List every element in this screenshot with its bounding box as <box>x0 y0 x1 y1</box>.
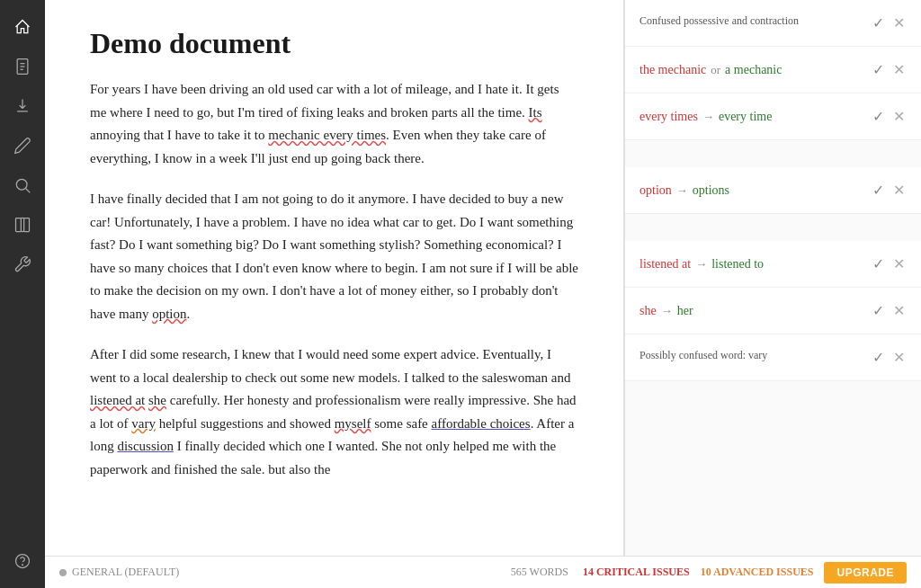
suggestions-panel: Confused possessive and contraction ✓ ✕ … <box>624 0 921 556</box>
svg-rect-7 <box>24 218 30 232</box>
suggestion-actions: ✓ ✕ <box>871 59 907 80</box>
after-text: a mechanic <box>725 63 782 77</box>
before-text: option <box>639 183 672 198</box>
sidebar-item-help[interactable] <box>4 543 40 579</box>
phrase-affordable: affordable choices <box>432 416 531 431</box>
upgrade-button[interactable]: UPGRADE <box>824 562 907 584</box>
suggestion-correction: she → her <box>639 304 863 318</box>
status-dot <box>59 569 67 576</box>
sidebar-item-search[interactable] <box>4 167 40 203</box>
sidebar-item-write[interactable] <box>4 128 40 164</box>
sidebar <box>0 0 45 588</box>
dismiss-button[interactable]: ✕ <box>891 300 907 321</box>
suggestion-title: Confused possessive and contraction <box>639 14 863 28</box>
svg-rect-6 <box>16 218 22 232</box>
accept-button[interactable]: ✓ <box>871 13 886 33</box>
paragraph-2: I have finally decided that I am not goi… <box>90 188 578 325</box>
before-text: every times <box>639 110 698 124</box>
accept-button[interactable]: ✓ <box>871 59 886 80</box>
dismiss-button[interactable]: ✕ <box>891 254 907 274</box>
suggestion-correction: every times → every time <box>639 110 863 124</box>
suggestion-title: Possibly confused word: vary <box>639 349 863 362</box>
accept-button[interactable]: ✓ <box>871 254 886 274</box>
suggestion-actions: ✓ ✕ <box>871 180 907 200</box>
arrow-icon: → <box>676 183 688 198</box>
suggestion-actions: ✓ ✕ <box>871 254 907 274</box>
after-text: every time <box>719 110 772 124</box>
accept-button[interactable]: ✓ <box>871 180 886 200</box>
general-label: GENERAL (DEFAULT) <box>72 566 179 579</box>
sidebar-item-download[interactable] <box>4 88 40 124</box>
suggestion-actions: ✓ ✕ <box>871 106 907 127</box>
suggestion-content: Possibly confused word: vary <box>639 349 863 366</box>
sidebar-item-book[interactable] <box>4 207 40 243</box>
error-its: Its <box>529 105 542 120</box>
suggestion-mechanic[interactable]: the mechanic or a mechanic ✓ ✕ <box>625 47 921 94</box>
svg-point-4 <box>16 179 27 190</box>
dismiss-button[interactable]: ✕ <box>891 59 907 80</box>
suggestion-correction: listened at → listened to <box>639 257 863 272</box>
critical-issues: 14 CRITICAL ISSUES <box>583 566 690 579</box>
document-body: For years I have been driving an old use… <box>90 78 578 481</box>
suggestion-every-times[interactable]: every times → every time ✓ ✕ <box>625 94 921 140</box>
arrow-icon: → <box>695 257 707 272</box>
dismiss-button[interactable]: ✕ <box>891 347 907 368</box>
word-count: 565 WORDS <box>511 566 568 579</box>
sidebar-item-home[interactable] <box>4 9 40 45</box>
advanced-issues: 10 ADVANCED ISSUES <box>701 566 814 579</box>
dismiss-button[interactable]: ✕ <box>891 180 907 200</box>
sidebar-item-tool[interactable] <box>4 246 40 282</box>
accept-button[interactable]: ✓ <box>871 106 886 127</box>
suggestion-correction: option → options <box>639 183 863 198</box>
dismiss-button[interactable]: ✕ <box>891 106 907 127</box>
after-text: her <box>677 304 693 318</box>
suggestion-vary[interactable]: Possibly confused word: vary ✓ ✕ <box>625 334 921 381</box>
error-option: option <box>152 307 186 321</box>
bottom-bar-right: 565 WORDS 14 CRITICAL ISSUES 10 ADVANCED… <box>511 562 907 584</box>
suggestion-content: option → options <box>639 183 863 198</box>
before-text: she <box>639 304 657 318</box>
after-text: listened to <box>711 257 764 272</box>
suggestion-content: she → her <box>639 304 863 318</box>
error-mechanic: mechanic every times <box>268 128 386 142</box>
error-myself: myself <box>335 416 371 431</box>
suggestion-she-her[interactable]: she → her ✓ ✕ <box>625 288 921 334</box>
suggestion-actions: ✓ ✕ <box>871 347 907 368</box>
suggestion-content: listened at → listened to <box>639 257 863 272</box>
svg-line-5 <box>26 189 31 193</box>
suggestion-content: every times → every time <box>639 110 863 124</box>
arrow-icon: → <box>661 304 673 318</box>
before-text: the mechanic <box>639 63 706 77</box>
suggestion-content: Confused possessive and contraction <box>639 14 863 31</box>
error-she: she <box>148 393 166 407</box>
suggestion-content: the mechanic or a mechanic <box>639 63 863 77</box>
bottom-bar: GENERAL (DEFAULT) 565 WORDS 14 CRITICAL … <box>45 556 921 588</box>
dismiss-button[interactable]: ✕ <box>891 13 907 33</box>
paragraph-3: After I did some research, I knew that I… <box>90 343 578 481</box>
main-area: Demo document For years I have been driv… <box>45 0 921 588</box>
before-text: listened at <box>639 257 691 272</box>
bottom-bar-left: GENERAL (DEFAULT) <box>59 566 179 579</box>
suggestion-actions: ✓ ✕ <box>871 300 907 321</box>
suggestion-option[interactable]: option → options ✓ ✕ <box>625 167 921 214</box>
paragraph-1: For years I have been driving an old use… <box>90 78 578 170</box>
sidebar-item-document[interactable] <box>4 49 40 85</box>
or-label: or <box>711 63 720 77</box>
arrow-icon: → <box>702 110 714 124</box>
error-listened-at: listened at <box>90 393 145 407</box>
document-title: Demo document <box>90 27 578 60</box>
accept-button[interactable]: ✓ <box>871 347 886 368</box>
spacer-2 <box>625 214 921 241</box>
after-text: options <box>693 183 729 198</box>
suggestion-actions: ✓ ✕ <box>871 13 907 33</box>
editor-panel[interactable]: Demo document For years I have been driv… <box>45 0 624 556</box>
suggestion-correction: the mechanic or a mechanic <box>639 63 863 77</box>
phrase-discussion: discussion <box>117 439 174 453</box>
svg-point-10 <box>16 555 30 568</box>
suggestion-confused-possessive[interactable]: Confused possessive and contraction ✓ ✕ <box>625 0 921 47</box>
suggestion-listened-at[interactable]: listened at → listened to ✓ ✕ <box>625 241 921 288</box>
accept-button[interactable]: ✓ <box>871 300 886 321</box>
content-area: Demo document For years I have been driv… <box>45 0 921 556</box>
error-vary: vary <box>131 416 156 431</box>
issues-badge: 14 CRITICAL ISSUES 10 ADVANCED ISSUES UP… <box>583 562 907 584</box>
